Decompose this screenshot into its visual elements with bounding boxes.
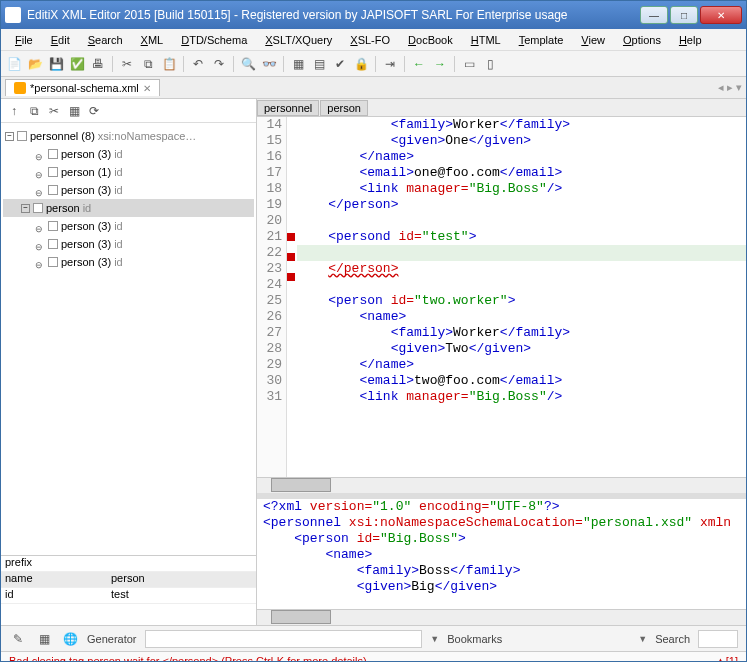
tool-icon-2[interactable]: ▤ (310, 55, 328, 73)
element-icon (17, 131, 27, 141)
back-icon[interactable]: ← (410, 55, 428, 73)
prop-value (111, 556, 256, 571)
horizontal-scrollbar[interactable] (257, 477, 746, 493)
breadcrumb-item[interactable]: personnel (257, 100, 319, 116)
save-check-icon[interactable]: ✅ (68, 55, 86, 73)
menu-xslfo[interactable]: XSL-FO (342, 32, 398, 48)
tree-cut-icon[interactable]: ✂ (45, 102, 63, 120)
menu-edit[interactable]: Edit (43, 32, 78, 48)
tree-up-icon[interactable]: ↑ (5, 102, 23, 120)
property-row[interactable]: idtest (1, 588, 256, 604)
find-icon[interactable]: 🔍 (239, 55, 257, 73)
code-editor-main[interactable]: 141516171819202122232425262728293031 <fa… (257, 117, 746, 477)
bottom-toolbar: ✎ ▦ 🌐 Generator ▼ Bookmarks ▼ Search (1, 625, 746, 651)
lock-icon[interactable]: 🔒 (352, 55, 370, 73)
search-field[interactable] (698, 630, 738, 648)
property-row[interactable]: nameperson (1, 572, 256, 588)
key-icon (35, 186, 45, 194)
code-editor-preview[interactable]: <?xml version="1.0" encoding="UTF-8"?><p… (257, 499, 746, 609)
tree-row[interactable]: person (1) id (3, 163, 254, 181)
element-icon (33, 203, 43, 213)
menu-template[interactable]: Template (511, 32, 572, 48)
tree-toggle-icon[interactable]: − (21, 204, 30, 213)
chevron-down-icon[interactable]: ▼ (430, 634, 439, 644)
generator-label: Generator (87, 633, 137, 645)
prop-value: person (111, 572, 256, 587)
edit-icon[interactable]: ✎ (9, 630, 27, 648)
tree-label: person (3) (61, 256, 111, 268)
open-icon[interactable]: 📂 (26, 55, 44, 73)
minimize-button[interactable]: — (640, 6, 668, 24)
tree-copy-icon[interactable]: ⧉ (25, 102, 43, 120)
tree-select-icon[interactable]: ▦ (65, 102, 83, 120)
tree-toggle-icon[interactable]: − (5, 132, 14, 141)
paste-icon[interactable]: 📋 (160, 55, 178, 73)
menu-docbook[interactable]: DocBook (400, 32, 461, 48)
status-indicator: ▲[1] (715, 655, 738, 663)
tree-attr: id (114, 256, 123, 268)
layout-icon-2[interactable]: ▯ (481, 55, 499, 73)
menu-dtdschema[interactable]: DTD/Schema (173, 32, 255, 48)
redo-icon[interactable]: ↷ (210, 55, 228, 73)
new-icon[interactable]: 📄 (5, 55, 23, 73)
grid-icon[interactable]: ▦ (35, 630, 53, 648)
tab-close-icon[interactable]: ✕ (143, 83, 151, 94)
document-tab[interactable]: *personal-schema.xml ✕ (5, 79, 160, 96)
menu-xml[interactable]: XML (133, 32, 172, 48)
bookmarks-label: Bookmarks (447, 633, 502, 645)
horizontal-scrollbar-2[interactable] (257, 609, 746, 625)
sidebar: ↑ ⧉ ✂ ▦ ⟳ −personnel (8) xsi:noNamespace… (1, 99, 257, 625)
browser-icon[interactable]: 🌐 (61, 630, 79, 648)
outline-tree[interactable]: −personnel (8) xsi:noNamespace…person (3… (1, 123, 256, 555)
tree-label: person (3) (61, 148, 111, 160)
indent-icon[interactable]: ⇥ (381, 55, 399, 73)
element-icon (48, 167, 58, 177)
tree-label: person (46, 202, 80, 214)
menubar: FileEditSearchXMLDTD/SchemaXSLT/XQueryXS… (1, 29, 746, 51)
tree-row[interactable]: person (3) id (3, 145, 254, 163)
document-tabs: *personal-schema.xml ✕ ◂ ▸ ▾ (1, 77, 746, 99)
tree-row[interactable]: person (3) id (3, 181, 254, 199)
prop-key: prefix (1, 556, 111, 571)
menu-xsltxquery[interactable]: XSLT/XQuery (257, 32, 340, 48)
property-row[interactable]: prefix (1, 556, 256, 572)
menu-options[interactable]: Options (615, 32, 669, 48)
tree-row[interactable]: person (3) id (3, 253, 254, 271)
binoculars-icon[interactable]: 👓 (260, 55, 278, 73)
tree-row[interactable]: person (3) id (3, 235, 254, 253)
menu-html[interactable]: HTML (463, 32, 509, 48)
tree-row[interactable]: −personnel (8) xsi:noNamespace… (3, 127, 254, 145)
tool-icon-1[interactable]: ▦ (289, 55, 307, 73)
menu-file[interactable]: File (7, 32, 41, 48)
tree-attr: id (114, 148, 123, 160)
tree-row[interactable]: person (3) id (3, 217, 254, 235)
tree-attr: id (114, 238, 123, 250)
generator-field[interactable] (145, 630, 423, 648)
prop-key: id (1, 588, 111, 603)
validate-icon[interactable]: ✔ (331, 55, 349, 73)
layout-icon-1[interactable]: ▭ (460, 55, 478, 73)
print-icon[interactable]: 🖶 (89, 55, 107, 73)
menu-help[interactable]: Help (671, 32, 710, 48)
chevron-down-icon[interactable]: ▼ (638, 634, 647, 644)
copy-icon[interactable]: ⧉ (139, 55, 157, 73)
menu-search[interactable]: Search (80, 32, 131, 48)
status-message: Bad closing tag person wait for </person… (9, 655, 367, 663)
element-icon (48, 185, 58, 195)
cut-icon[interactable]: ✂ (118, 55, 136, 73)
key-icon (35, 222, 45, 230)
tree-label: person (3) (61, 238, 111, 250)
element-icon (48, 221, 58, 231)
menu-view[interactable]: View (573, 32, 613, 48)
close-button[interactable]: ✕ (700, 6, 742, 24)
tree-attr: id (114, 166, 123, 178)
maximize-button[interactable]: □ (670, 6, 698, 24)
tabs-nav[interactable]: ◂ ▸ ▾ (718, 81, 742, 94)
tree-refresh-icon[interactable]: ⟳ (85, 102, 103, 120)
undo-icon[interactable]: ↶ (189, 55, 207, 73)
forward-icon[interactable]: → (431, 55, 449, 73)
breadcrumb-item[interactable]: person (320, 100, 368, 116)
tree-row[interactable]: −person id (3, 199, 254, 217)
breadcrumb: personnelperson (257, 99, 746, 117)
save-icon[interactable]: 💾 (47, 55, 65, 73)
